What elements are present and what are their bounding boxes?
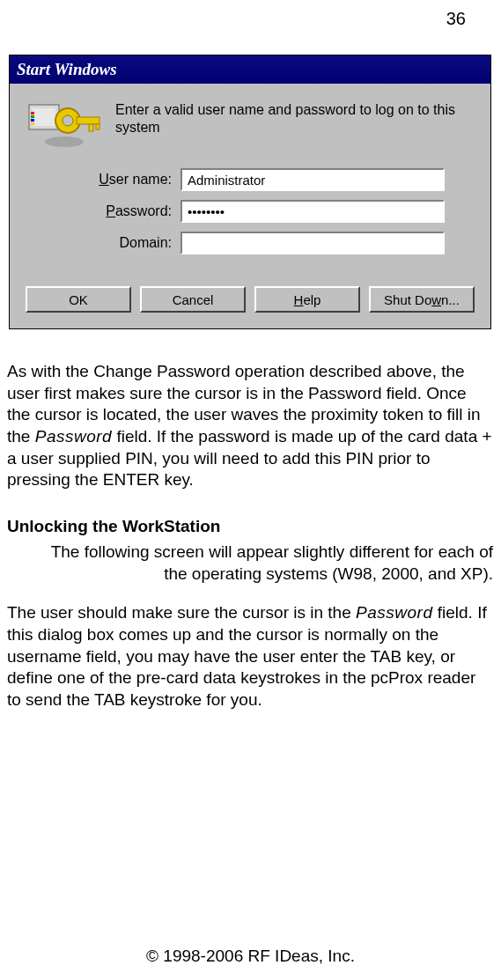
section-heading: Unlocking the WorkStation <box>7 516 493 538</box>
paragraph-3: The user should make sure the cursor is … <box>7 602 493 711</box>
dialog-body: Enter a valid user name and password to … <box>10 84 490 328</box>
svg-rect-8 <box>77 117 99 124</box>
username-row: User name: <box>84 168 478 191</box>
document-body: As with the Change Password operation de… <box>7 361 493 711</box>
dialog-button-row: OK Cancel Help Shut Down... <box>22 286 478 313</box>
domain-label: Domain: <box>84 235 181 251</box>
svg-rect-10 <box>96 124 99 129</box>
svg-rect-2 <box>31 112 34 114</box>
svg-rect-1 <box>33 108 55 126</box>
dialog-titlebar: Start Windows <box>10 55 490 84</box>
key-lock-icon <box>27 99 107 152</box>
username-input[interactable] <box>181 168 445 191</box>
ok-button[interactable]: OK <box>26 286 131 313</box>
domain-input[interactable] <box>181 232 445 254</box>
page-number: 36 <box>446 9 466 29</box>
password-row: Password: <box>84 200 478 223</box>
cancel-button[interactable]: Cancel <box>140 286 246 313</box>
password-input[interactable] <box>181 200 445 223</box>
svg-point-7 <box>63 115 73 126</box>
username-label: User name: <box>84 172 181 188</box>
copyright-footer: © 1998-2006 RF IDeas, Inc. <box>0 947 501 966</box>
svg-rect-5 <box>31 122 34 125</box>
shutdown-button[interactable]: Shut Down... <box>369 286 475 313</box>
svg-rect-3 <box>31 115 34 118</box>
domain-row: Domain: <box>84 232 478 254</box>
svg-point-11 <box>45 136 84 147</box>
paragraph-2: The following screen will appear slightl… <box>7 542 493 585</box>
help-button[interactable]: Help <box>254 286 360 313</box>
svg-rect-4 <box>31 119 34 122</box>
password-label: Password: <box>84 203 181 219</box>
svg-rect-9 <box>89 124 93 131</box>
login-dialog: Start Windows Enter a <box>9 55 491 329</box>
dialog-instruction-text: Enter a valid user name and password to … <box>115 99 478 136</box>
paragraph-1: As with the Change Password operation de… <box>7 361 493 491</box>
